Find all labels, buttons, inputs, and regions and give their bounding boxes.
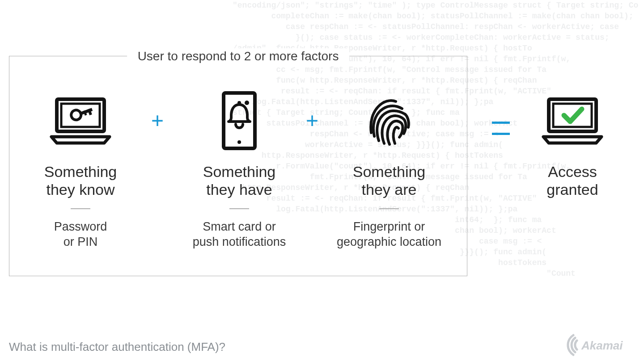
factor-are: Something they are Fingerprint or geogra… <box>331 89 447 249</box>
akamai-logo: Akamai <box>559 331 635 358</box>
result-access-granted: Access granted <box>519 89 626 198</box>
line: Fingerprint or <box>353 220 425 233</box>
brand-text: Akamai <box>581 339 623 352</box>
factor-title: Something they are <box>331 163 447 198</box>
plus-icon: + <box>306 110 318 131</box>
line: Something <box>44 163 117 180</box>
svg-rect-12 <box>553 104 592 127</box>
line: Smart card or <box>203 220 276 233</box>
svg-point-10 <box>245 101 249 105</box>
factor-have: Something they have Smart card or push n… <box>179 89 300 249</box>
factor-sub: Smart card or push notifications <box>179 219 300 249</box>
line: Something <box>203 163 276 180</box>
factor-sub: Password or PIN <box>27 219 134 249</box>
result-title: Access granted <box>519 163 626 198</box>
factor-title: Something they know <box>27 163 134 198</box>
line: geographic location <box>337 235 441 248</box>
divider <box>71 208 90 209</box>
line: granted <box>547 181 598 198</box>
fingerprint-icon <box>331 89 447 152</box>
line: they are <box>362 181 417 198</box>
factor-row: Something they know Password or PIN + <box>0 89 644 277</box>
factor-know: Something they know Password or PIN <box>27 89 134 249</box>
laptop-key-icon <box>27 89 134 152</box>
line: or PIN <box>64 235 98 248</box>
line: Something <box>353 163 426 180</box>
factor-sub: Fingerprint or geographic location <box>331 219 447 249</box>
phone-bell-icon <box>179 89 300 152</box>
footer-caption: What is multi-factor authentication (MFA… <box>9 340 225 354</box>
divider <box>229 208 249 209</box>
divider <box>379 208 399 209</box>
laptop-check-icon <box>519 89 626 152</box>
factor-title: Something they have <box>179 163 300 198</box>
svg-point-8 <box>237 140 241 144</box>
line: Password <box>54 220 107 233</box>
frame-title: User to respond to 2 or more factors <box>127 48 350 64</box>
line: push notifications <box>193 235 286 248</box>
line: they have <box>206 181 272 198</box>
plus-icon: + <box>151 110 164 131</box>
svg-point-6 <box>73 113 77 116</box>
line: they know <box>46 181 114 198</box>
line: Access <box>548 163 597 180</box>
equals-icon <box>492 122 510 135</box>
